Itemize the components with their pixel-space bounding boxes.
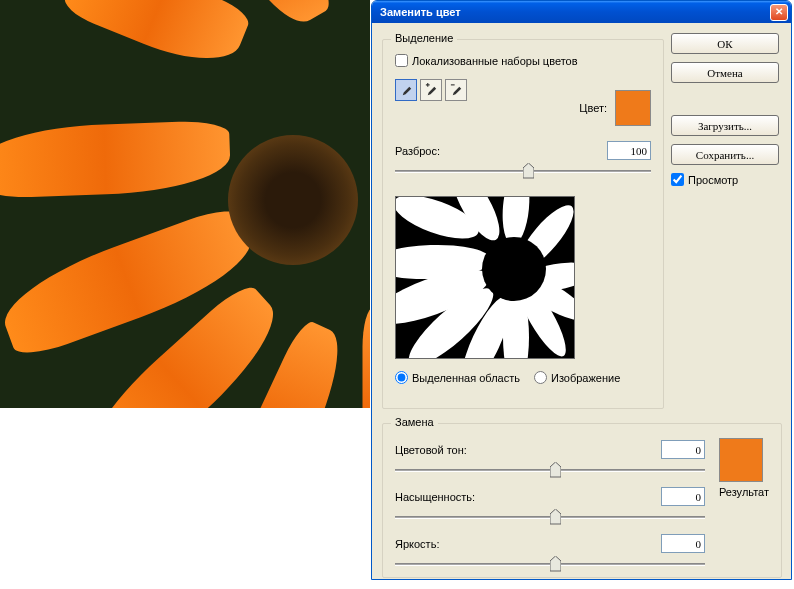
saturation-input[interactable] bbox=[661, 487, 705, 506]
selection-group-title: Выделение bbox=[391, 32, 457, 44]
dialog-button-column: ОК Отмена Загрузить... Сохранить... Прос… bbox=[671, 33, 781, 186]
slider-thumb[interactable] bbox=[550, 462, 561, 478]
eyedropper-icon[interactable] bbox=[395, 79, 417, 101]
fuzziness-label: Разброс: bbox=[395, 145, 440, 157]
lightness-label: Яркость: bbox=[395, 538, 495, 550]
fuzziness-input[interactable] bbox=[607, 141, 651, 160]
color-label: Цвет: bbox=[579, 102, 607, 114]
preview-label: Просмотр bbox=[688, 174, 738, 186]
lightness-input[interactable] bbox=[661, 534, 705, 553]
preview-checkbox[interactable] bbox=[671, 173, 684, 186]
slider-thumb[interactable] bbox=[523, 163, 534, 179]
radio-selection-area[interactable]: Выделенная область bbox=[395, 371, 520, 384]
hue-label: Цветовой тон: bbox=[395, 444, 495, 456]
radio-image[interactable]: Изображение bbox=[534, 371, 620, 384]
lightness-slider[interactable] bbox=[395, 557, 705, 575]
radio-selection-label: Выделенная область bbox=[412, 372, 520, 384]
radio-image-label: Изображение bbox=[551, 372, 620, 384]
load-button[interactable]: Загрузить... bbox=[671, 115, 779, 136]
titlebar[interactable]: Заменить цвет ✕ bbox=[372, 1, 791, 23]
eyedropper-plus-icon[interactable] bbox=[420, 79, 442, 101]
replacement-group-title: Замена bbox=[391, 416, 438, 428]
result-color-swatch[interactable] bbox=[719, 438, 763, 482]
slider-thumb[interactable] bbox=[550, 556, 561, 572]
replacement-group: Замена Цветовой тон: Насыщенность: bbox=[382, 423, 782, 578]
petal bbox=[60, 0, 253, 77]
selected-color-swatch[interactable] bbox=[615, 90, 651, 126]
close-icon[interactable]: ✕ bbox=[770, 4, 788, 21]
hue-slider[interactable] bbox=[395, 463, 705, 481]
localized-clusters-checkbox[interactable] bbox=[395, 54, 408, 67]
save-button[interactable]: Сохранить... bbox=[671, 144, 779, 165]
flower-center bbox=[228, 135, 358, 265]
hue-input[interactable] bbox=[661, 440, 705, 459]
radio-image-input[interactable] bbox=[534, 371, 547, 384]
background-photo bbox=[0, 0, 370, 408]
fuzziness-slider[interactable] bbox=[395, 164, 651, 182]
result-label: Результат bbox=[719, 486, 769, 498]
radio-selection-input[interactable] bbox=[395, 371, 408, 384]
ok-button[interactable]: ОК bbox=[671, 33, 779, 54]
cancel-button[interactable]: Отмена bbox=[671, 62, 779, 83]
window-title: Заменить цвет bbox=[380, 6, 770, 18]
saturation-slider[interactable] bbox=[395, 510, 705, 528]
selection-preview bbox=[395, 196, 575, 359]
slider-thumb[interactable] bbox=[550, 509, 561, 525]
petal bbox=[363, 308, 371, 409]
replace-color-dialog: Заменить цвет ✕ ОК Отмена Загрузить... С… bbox=[371, 0, 792, 580]
petal bbox=[0, 120, 231, 199]
saturation-label: Насыщенность: bbox=[395, 491, 495, 503]
selection-group: Выделение Локализованные наборы цветов bbox=[382, 39, 664, 409]
eyedropper-minus-icon[interactable] bbox=[445, 79, 467, 101]
localized-clusters-label: Локализованные наборы цветов bbox=[412, 55, 578, 67]
svg-point-13 bbox=[482, 237, 546, 301]
